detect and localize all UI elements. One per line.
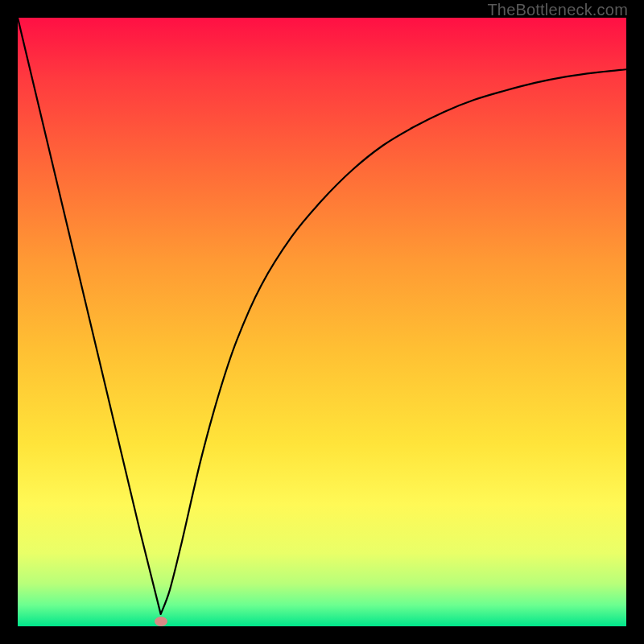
watermark-text: TheBottleneck.com: [487, 1, 628, 19]
plot-area: [18, 18, 626, 626]
bottleneck-curve: [18, 18, 626, 626]
minimum-marker: [155, 617, 167, 626]
chart-frame: TheBottleneck.com: [0, 0, 644, 644]
